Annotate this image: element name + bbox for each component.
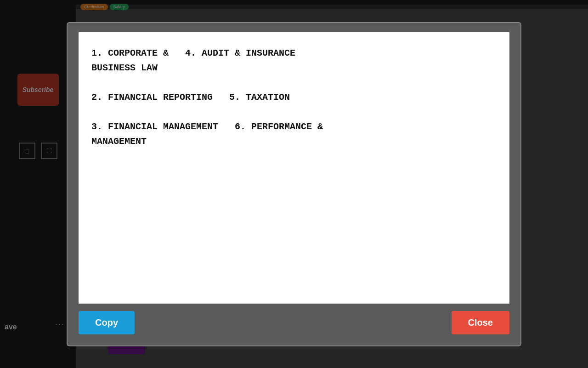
modal-overlay: 1. CORPORATE & 4. AUDIT & INSURANCE BUSI… bbox=[0, 0, 588, 368]
content-line-5: MANAGEMENT bbox=[91, 134, 497, 149]
content-line-4: 3. FINANCIAL MANAGEMENT 6. PERFORMANCE & bbox=[91, 120, 497, 134]
content-line-2: BUSINESS LAW bbox=[91, 61, 497, 75]
modal-footer: Copy Close bbox=[79, 311, 509, 334]
copy-button[interactable]: Copy bbox=[79, 311, 135, 334]
content-line-3: 2. FINANCIAL REPORTING 5. TAXATION bbox=[91, 90, 497, 105]
modal-content-area: 1. CORPORATE & 4. AUDIT & INSURANCE BUSI… bbox=[79, 32, 509, 304]
content-line-1: 1. CORPORATE & 4. AUDIT & INSURANCE bbox=[91, 46, 497, 61]
modal-container: 1. CORPORATE & 4. AUDIT & INSURANCE BUSI… bbox=[67, 22, 521, 346]
close-button[interactable]: Close bbox=[452, 311, 509, 334]
